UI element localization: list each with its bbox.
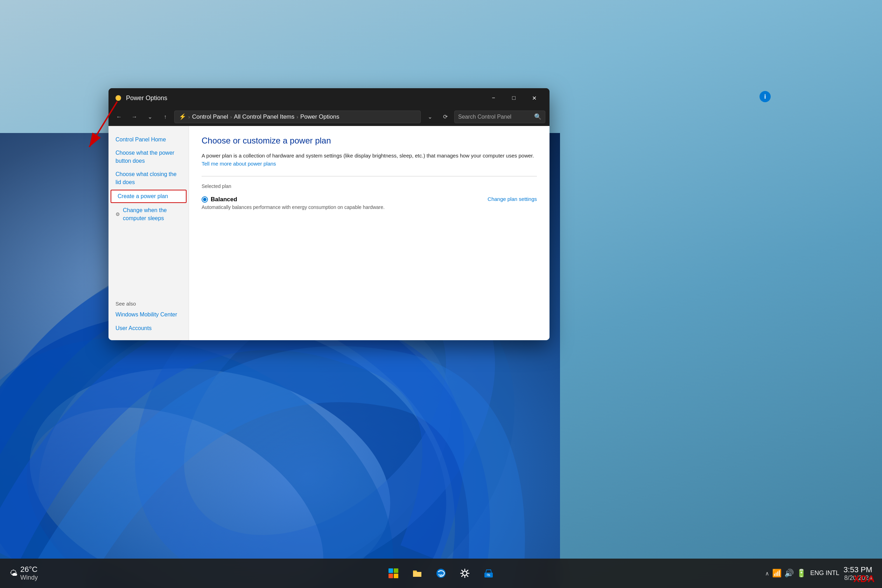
chevron-icon[interactable]: ∧ [765, 570, 769, 577]
sidebar-closing-lid[interactable]: Choose what closing the lid does [108, 168, 189, 189]
sidebar-control-panel-home[interactable]: Control Panel Home [108, 133, 189, 146]
taskbar-center: 🛍 [384, 564, 498, 582]
change-plan-link[interactable]: Change plan settings [488, 196, 537, 202]
section-label: Selected plan [202, 183, 537, 189]
svg-rect-13 [394, 574, 398, 578]
maximize-button[interactable]: □ [504, 91, 524, 105]
plan-radio[interactable] [202, 196, 208, 202]
sidebar-change-sleep[interactable]: ⚙ Change when the computer sleeps [108, 204, 189, 225]
plan-name: Balanced [202, 196, 385, 203]
path-separator-3: › [297, 114, 298, 120]
battery-icon[interactable]: 🔋 [796, 569, 806, 578]
path-all-items[interactable]: All Control Panel Items [234, 113, 294, 120]
wifi-icon[interactable]: 📶 [772, 569, 782, 578]
see-also-label: See also [108, 295, 189, 308]
window-icon: ⚡ [114, 94, 123, 102]
svg-rect-11 [394, 568, 398, 573]
search-placeholder: Search Control Panel [458, 114, 531, 120]
settings-button[interactable] [456, 564, 474, 582]
dropdown-button[interactable]: ⌄ [423, 111, 436, 123]
sidebar: Control Panel Home Choose what the power… [108, 126, 189, 340]
section-divider [202, 176, 537, 176]
info-icon[interactable]: i [759, 91, 771, 102]
back-button[interactable]: ← [113, 111, 125, 123]
weather-condition: Windy [20, 574, 38, 582]
learn-more-link[interactable]: Tell me more about power plans [202, 160, 276, 166]
plan-description: Automatically balances performance with … [202, 204, 385, 210]
address-path[interactable]: ⚡ › Control Panel › All Control Panel It… [174, 111, 421, 123]
language-badge[interactable]: ENG INTL [810, 569, 839, 577]
window-controls: − □ ✕ [484, 91, 544, 105]
file-explorer-button[interactable] [408, 564, 426, 582]
main-content: Choose or customize a power plan A power… [189, 126, 549, 340]
svg-point-15 [463, 571, 467, 575]
description-text: A power plan is a collection of hardware… [202, 153, 534, 159]
plan-row: Balanced Automatically balances performa… [202, 193, 537, 213]
recent-locations-button[interactable]: ⌄ [144, 111, 156, 123]
path-icon: ⚡ [179, 113, 186, 120]
window-title: Power Options [126, 94, 480, 102]
store-button[interactable]: 🛍 [480, 564, 498, 582]
edge-button[interactable] [432, 564, 450, 582]
taskbar-left: 🌤 26°C Windy [0, 565, 38, 582]
weather-temp: 26°C [20, 565, 38, 574]
xda-logo: XDA [853, 573, 875, 585]
volume-icon[interactable]: 🔊 [784, 569, 794, 578]
page-title: Choose or customize a power plan [202, 136, 537, 146]
forward-button[interactable]: → [128, 111, 141, 123]
close-button[interactable]: ✕ [524, 91, 544, 105]
sidebar-power-button[interactable]: Choose what the power button does [108, 146, 189, 168]
title-bar: ⚡ Power Options − □ ✕ [108, 88, 549, 108]
address-bar: ← → ⌄ ↑ ⚡ › Control Panel › All Control … [108, 108, 549, 126]
search-icon: 🔍 [534, 113, 542, 120]
path-separator-1: › [188, 114, 190, 120]
system-tray-icons[interactable]: ∧ 📶 🔊 🔋 [765, 569, 806, 578]
path-separator-2: › [230, 114, 232, 120]
minimize-button[interactable]: − [484, 91, 503, 105]
plan-info: Balanced Automatically balances performa… [202, 196, 385, 210]
svg-text:🛍: 🛍 [487, 573, 490, 577]
path-current[interactable]: Power Options [300, 113, 339, 120]
page-description: A power plan is a collection of hardware… [202, 152, 537, 168]
svg-rect-10 [388, 568, 393, 573]
content-area: Control Panel Home Choose what the power… [108, 126, 549, 340]
sidebar-change-sleep-label: Change when the computer sleeps [123, 207, 182, 222]
svg-rect-12 [388, 574, 393, 578]
path-control-panel[interactable]: Control Panel [192, 113, 228, 120]
sidebar-user-accounts[interactable]: User Accounts [108, 322, 189, 335]
search-box[interactable]: Search Control Panel 🔍 [454, 111, 545, 123]
clock-time: 3:53 PM [843, 565, 872, 574]
start-button[interactable] [384, 564, 402, 582]
weather-icon: 🌤 [10, 569, 18, 578]
sidebar-create-power-plan[interactable]: Create a power plan [111, 190, 186, 203]
taskbar: 🌤 26°C Windy [0, 559, 882, 588]
sleep-icon: ⚙ [116, 211, 120, 218]
sidebar-mobility-center[interactable]: Windows Mobility Center [108, 308, 189, 321]
power-options-window: ⚡ Power Options − □ ✕ ← → ⌄ ↑ ⚡ › Contro… [108, 88, 549, 340]
svg-text:⚡: ⚡ [116, 96, 121, 101]
weather-widget[interactable]: 🌤 26°C Windy [10, 565, 38, 582]
up-button[interactable]: ↑ [159, 111, 171, 123]
refresh-button[interactable]: ⟳ [439, 111, 452, 123]
